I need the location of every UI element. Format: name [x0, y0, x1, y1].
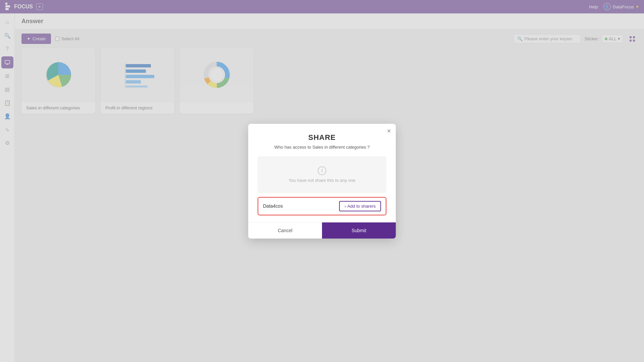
- share-input-row: Data4cos › Add to sharers: [258, 197, 386, 215]
- modal-subtitle: Who has access to Sales in different cat…: [258, 145, 386, 150]
- add-sharers-button[interactable]: › Add to sharers: [339, 201, 381, 211]
- cancel-button[interactable]: Cancel: [248, 222, 322, 239]
- modal-close-button[interactable]: ✕: [387, 128, 391, 134]
- chevron-right-icon: ›: [344, 204, 346, 209]
- share-input-value[interactable]: Data4cos: [263, 203, 336, 209]
- modal-title: SHARE: [258, 133, 386, 142]
- modal-overlay: ✕ SHARE Who has access to Sales in diffe…: [0, 0, 644, 362]
- share-empty-state: i You have not share this to any one: [258, 156, 386, 193]
- add-sharers-label: Add to sharers: [347, 204, 376, 209]
- modal-body: i You have not share this to any one Dat…: [248, 154, 396, 222]
- share-modal: ✕ SHARE Who has access to Sales in diffe…: [248, 124, 396, 239]
- modal-footer: Cancel Submit: [248, 222, 396, 239]
- submit-button[interactable]: Submit: [322, 222, 396, 239]
- info-icon: i: [318, 166, 326, 175]
- modal-wrapper: ✕ SHARE Who has access to Sales in diffe…: [248, 124, 396, 239]
- modal-header: ✕ SHARE Who has access to Sales in diffe…: [248, 124, 396, 154]
- empty-message: You have not share this to any one: [288, 178, 356, 183]
